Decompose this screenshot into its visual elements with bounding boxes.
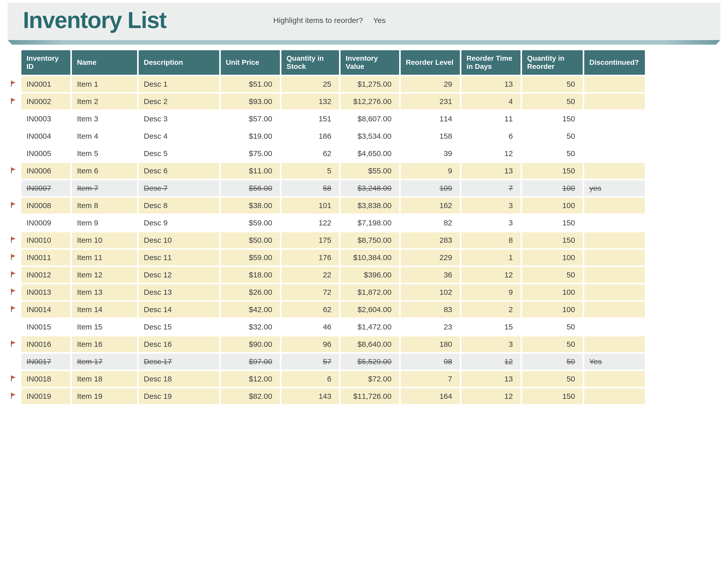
cell-price[interactable]: $18.00	[221, 267, 280, 283]
cell-reorder-qty[interactable]: 100	[522, 249, 583, 265]
cell-price[interactable]: $12.00	[221, 371, 280, 387]
cell-price[interactable]: $82.00	[221, 388, 280, 404]
cell-disc[interactable]	[584, 76, 645, 92]
cell-desc[interactable]: Desc 11	[139, 249, 219, 265]
cell-reorder-level[interactable]: 180	[401, 336, 460, 352]
cell-reorder-days[interactable]: 2	[461, 302, 521, 318]
cell-reorder-level[interactable]: 229	[401, 249, 460, 265]
cell-reorder-qty[interactable]: 100	[522, 198, 583, 213]
cell-disc[interactable]	[584, 249, 645, 265]
cell-reorder-days[interactable]: 4	[461, 94, 521, 109]
column-header-name[interactable]: Name	[72, 50, 137, 75]
cell-desc[interactable]: Desc 14	[139, 302, 219, 318]
cell-price[interactable]: $90.00	[221, 336, 280, 352]
cell-reorder-level[interactable]: 109	[401, 180, 460, 196]
cell-value[interactable]: $1,472.00	[341, 319, 399, 335]
cell-price[interactable]: $56.00	[221, 180, 280, 196]
cell-stock[interactable]: 46	[281, 319, 339, 335]
cell-reorder-qty[interactable]: 150	[522, 215, 583, 231]
cell-stock[interactable]: 151	[281, 111, 339, 127]
cell-stock[interactable]: 57	[281, 354, 339, 370]
cell-value[interactable]: $1,275.00	[341, 76, 399, 92]
cell-price[interactable]: $42.00	[221, 302, 280, 318]
cell-desc[interactable]: Desc 13	[139, 284, 219, 300]
cell-name[interactable]: Item 15	[72, 319, 137, 335]
column-header-qty-stock[interactable]: Quantity in Stock	[281, 50, 339, 75]
cell-id[interactable]: IN0015	[21, 319, 70, 335]
cell-disc[interactable]	[584, 198, 645, 213]
column-header-unit-price[interactable]: Unit Price	[221, 50, 280, 75]
cell-reorder-level[interactable]: 162	[401, 198, 460, 213]
cell-disc[interactable]: Yes	[584, 354, 645, 370]
cell-value[interactable]: $11,726.00	[341, 388, 399, 404]
cell-stock[interactable]: 96	[281, 336, 339, 352]
cell-reorder-qty[interactable]: 150	[522, 163, 583, 179]
cell-name[interactable]: Item 19	[72, 388, 137, 404]
cell-name[interactable]: Item 7	[72, 180, 137, 196]
cell-name[interactable]: Item 13	[72, 284, 137, 300]
cell-id[interactable]: IN0016	[21, 336, 70, 352]
cell-disc[interactable]	[584, 284, 645, 300]
cell-reorder-days[interactable]: 12	[461, 267, 521, 283]
cell-disc[interactable]	[584, 371, 645, 387]
cell-desc[interactable]: Desc 9	[139, 215, 219, 231]
cell-disc[interactable]	[584, 94, 645, 109]
cell-value[interactable]: $3,534.00	[341, 128, 399, 144]
cell-id[interactable]: IN0003	[21, 111, 70, 127]
cell-reorder-days[interactable]: 15	[461, 319, 521, 335]
cell-id[interactable]: IN0017	[21, 354, 70, 370]
cell-reorder-qty[interactable]: 100	[522, 284, 583, 300]
cell-desc[interactable]: Desc 7	[139, 180, 219, 196]
cell-value[interactable]: $7,198.00	[341, 215, 399, 231]
cell-disc[interactable]	[584, 111, 645, 127]
cell-reorder-days[interactable]: 13	[461, 371, 521, 387]
cell-reorder-level[interactable]: 29	[401, 76, 460, 92]
cell-desc[interactable]: Desc 5	[139, 146, 219, 161]
cell-reorder-level[interactable]: 114	[401, 111, 460, 127]
cell-desc[interactable]: Desc 17	[139, 354, 219, 370]
cell-stock[interactable]: 22	[281, 267, 339, 283]
cell-name[interactable]: Item 18	[72, 371, 137, 387]
cell-desc[interactable]: Desc 12	[139, 267, 219, 283]
cell-stock[interactable]: 186	[281, 128, 339, 144]
cell-value[interactable]: $1,872.00	[341, 284, 399, 300]
cell-value[interactable]: $2,604.00	[341, 302, 399, 318]
cell-reorder-days[interactable]: 1	[461, 249, 521, 265]
cell-id[interactable]: IN0009	[21, 215, 70, 231]
cell-value[interactable]: $10,384.00	[341, 249, 399, 265]
cell-value[interactable]: $72.00	[341, 371, 399, 387]
cell-stock[interactable]: 62	[281, 146, 339, 161]
cell-stock[interactable]: 101	[281, 198, 339, 213]
cell-price[interactable]: $38.00	[221, 198, 280, 213]
cell-value[interactable]: $396.00	[341, 267, 399, 283]
cell-name[interactable]: Item 14	[72, 302, 137, 318]
cell-value[interactable]: $8,750.00	[341, 232, 399, 248]
cell-price[interactable]: $51.00	[221, 76, 280, 92]
cell-reorder-qty[interactable]: 150	[522, 111, 583, 127]
cell-reorder-days[interactable]: 11	[461, 111, 521, 127]
cell-desc[interactable]: Desc 6	[139, 163, 219, 179]
cell-desc[interactable]: Desc 16	[139, 336, 219, 352]
cell-reorder-days[interactable]: 12	[461, 354, 521, 370]
cell-name[interactable]: Item 11	[72, 249, 137, 265]
cell-reorder-level[interactable]: 231	[401, 94, 460, 109]
cell-name[interactable]: Item 1	[72, 76, 137, 92]
cell-id[interactable]: IN0006	[21, 163, 70, 179]
cell-reorder-qty[interactable]: 50	[522, 371, 583, 387]
cell-stock[interactable]: 25	[281, 76, 339, 92]
cell-price[interactable]: $93.00	[221, 94, 280, 109]
column-header-reorder-days[interactable]: Reorder Time in Days	[461, 50, 521, 75]
cell-value[interactable]: $3,838.00	[341, 198, 399, 213]
cell-desc[interactable]: Desc 4	[139, 128, 219, 144]
cell-id[interactable]: IN0018	[21, 371, 70, 387]
cell-reorder-level[interactable]: 9	[401, 163, 460, 179]
cell-id[interactable]: IN0011	[21, 249, 70, 265]
cell-reorder-qty[interactable]: 150	[522, 388, 583, 404]
cell-disc[interactable]	[584, 163, 645, 179]
cell-disc[interactable]	[584, 128, 645, 144]
cell-name[interactable]: Item 12	[72, 267, 137, 283]
cell-stock[interactable]: 58	[281, 180, 339, 196]
cell-value[interactable]: $12,276.00	[341, 94, 399, 109]
cell-disc[interactable]: yes	[584, 180, 645, 196]
cell-value[interactable]: $55.00	[341, 163, 399, 179]
